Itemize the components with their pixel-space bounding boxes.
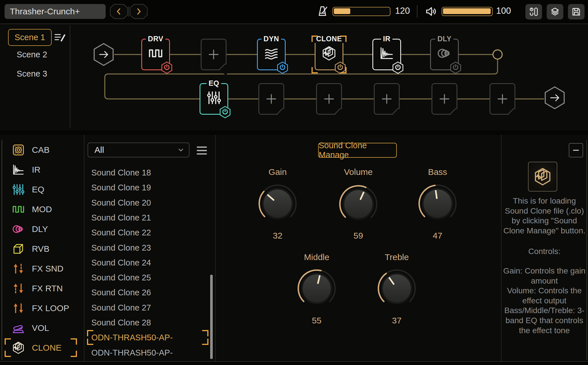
prev-preset-button[interactable] bbox=[110, 4, 128, 19]
save-icon bbox=[571, 7, 581, 17]
treble-knob[interactable] bbox=[375, 267, 418, 310]
power-icon[interactable] bbox=[277, 61, 288, 74]
plus-icon bbox=[496, 92, 509, 106]
effect-block-clone[interactable]: CLONE bbox=[315, 39, 343, 70]
sidebar-item-rvb[interactable]: RVB bbox=[0, 239, 83, 259]
fx-return-icon bbox=[12, 282, 25, 295]
empty-effect-slot[interactable] bbox=[316, 83, 342, 115]
knob-label-treble: Treble bbox=[368, 252, 425, 262]
browser-item[interactable]: ODN-THRASH50-AP- bbox=[84, 345, 215, 360]
knob-value-bass: 47 bbox=[409, 231, 466, 241]
effect-block-ir[interactable]: IR bbox=[372, 39, 401, 70]
sidebar-item-label: DLY bbox=[32, 224, 48, 234]
browser-item[interactable]: Sound Clone 20 bbox=[84, 195, 215, 210]
effect-power-toggle[interactable] bbox=[219, 106, 231, 118]
browser-item[interactable]: Sound Clone 22 bbox=[84, 225, 215, 240]
tempo-value: 120 bbox=[395, 6, 410, 16]
volume-pedal-icon bbox=[12, 321, 25, 335]
effect-block-eq[interactable]: EQ bbox=[200, 83, 228, 115]
right-scroll-track[interactable] bbox=[586, 140, 587, 360]
nav-divider bbox=[128, 6, 129, 17]
preset-name-input[interactable] bbox=[5, 4, 106, 19]
knob-value-volume: 59 bbox=[330, 231, 387, 241]
middle-knob[interactable] bbox=[295, 267, 338, 310]
browser-item[interactable]: Sound Clone 27 bbox=[84, 300, 215, 315]
master-volume-slider[interactable] bbox=[442, 7, 493, 16]
browser-item-label: ODN-THRASH50-AP- bbox=[91, 348, 173, 358]
effect-power-toggle[interactable] bbox=[392, 61, 404, 74]
chain-input-node[interactable] bbox=[93, 43, 114, 66]
browser-item[interactable]: Sound Clone 18 bbox=[84, 165, 215, 180]
power-icon[interactable] bbox=[219, 106, 231, 118]
sidebar-item-label: MOD bbox=[32, 204, 52, 214]
empty-effect-slot[interactable] bbox=[374, 83, 400, 115]
sidebar-item-eq[interactable]: EQ bbox=[0, 179, 83, 199]
browser-item-label: Sound Clone 20 bbox=[91, 198, 151, 208]
gain-knob[interactable] bbox=[256, 182, 299, 225]
plus-icon bbox=[207, 48, 220, 61]
browser-item[interactable]: Sound Clone 25 bbox=[84, 270, 215, 285]
layers-button[interactable] bbox=[547, 4, 563, 19]
browser-item[interactable]: Sound Clone 28 bbox=[84, 315, 215, 330]
browser-item-label: Sound Clone 23 bbox=[91, 243, 151, 253]
sidebar-item-clone[interactable]: CLONE bbox=[0, 338, 83, 358]
effect-block-dly[interactable]: DLY bbox=[430, 39, 459, 70]
delay-circles-icon bbox=[437, 46, 452, 61]
sidebar-item-dly[interactable]: DLY bbox=[0, 219, 83, 239]
sidebar-item-label: FX SND bbox=[32, 264, 63, 274]
power-icon[interactable] bbox=[450, 61, 461, 74]
filter-dropdown[interactable]: All bbox=[88, 143, 189, 157]
minimize-panel-button[interactable] bbox=[569, 143, 583, 157]
sidebar-item-fx-rtn[interactable]: FX RTN bbox=[0, 278, 83, 298]
sidebar-item-ir[interactable]: IR bbox=[0, 160, 83, 179]
power-icon[interactable] bbox=[334, 61, 346, 74]
knob-label-bass: Bass bbox=[409, 167, 466, 177]
volume-knob[interactable] bbox=[337, 183, 380, 226]
effect-power-toggle[interactable] bbox=[161, 61, 173, 74]
controller-button[interactable] bbox=[525, 4, 542, 19]
browser-item[interactable]: Sound Clone 21 bbox=[84, 210, 215, 225]
effect-power-toggle[interactable] bbox=[277, 61, 288, 74]
sidebar-item-fx-snd[interactable]: FX SND bbox=[0, 259, 83, 278]
browser-item[interactable]: ODN-THRASH50-AP- bbox=[84, 330, 215, 345]
sidebar-item-label: CLONE bbox=[32, 343, 61, 353]
effect-block-dyn[interactable]: DYN bbox=[257, 39, 286, 70]
browser-item-label: Sound Clone 25 bbox=[91, 273, 151, 282]
browser-item[interactable]: Sound Clone 24 bbox=[84, 255, 215, 270]
effect-power-toggle[interactable] bbox=[334, 61, 346, 74]
browser-scrollbar-thumb[interactable] bbox=[210, 275, 213, 359]
save-button[interactable] bbox=[568, 4, 585, 19]
top-bar: 120 100 bbox=[0, 0, 588, 23]
browser-menu-button[interactable] bbox=[196, 144, 208, 157]
empty-effect-slot[interactable] bbox=[432, 83, 457, 115]
browser-item[interactable]: Sound Clone 19 bbox=[84, 180, 215, 195]
sidebar-item-fx-loop[interactable]: FX LOOP bbox=[0, 298, 83, 318]
sidebar-item-vol[interactable]: VOL bbox=[0, 318, 83, 338]
fx-send-icon bbox=[12, 262, 25, 275]
browser-item-label: Sound Clone 27 bbox=[91, 303, 151, 313]
plus-icon bbox=[322, 92, 336, 106]
browser-item-label: Sound Clone 26 bbox=[91, 288, 151, 297]
controls-heading: Controls: bbox=[503, 247, 586, 257]
empty-effect-slot[interactable] bbox=[258, 83, 284, 115]
chain-output-node[interactable] bbox=[544, 86, 565, 110]
tempo-slider[interactable] bbox=[332, 7, 390, 16]
sidebar-item-cab[interactable]: CAB bbox=[0, 140, 83, 160]
bass-knob[interactable] bbox=[416, 182, 459, 225]
sound-clone-manage-button[interactable]: Sound Clone Manage bbox=[318, 143, 397, 158]
empty-effect-slot[interactable] bbox=[201, 39, 227, 70]
effect-block-drv[interactable]: DRV bbox=[141, 39, 170, 70]
power-icon[interactable] bbox=[392, 61, 404, 74]
reverb-cube-icon bbox=[12, 242, 25, 255]
effect-power-toggle[interactable] bbox=[450, 61, 461, 74]
browser-item-label: Sound Clone 28 bbox=[91, 318, 151, 327]
sidebar-item-mod[interactable]: MOD bbox=[0, 199, 83, 219]
empty-effect-slot[interactable] bbox=[490, 83, 515, 115]
plus-icon bbox=[380, 92, 393, 106]
browser-item[interactable]: Sound Clone 23 bbox=[84, 240, 215, 255]
browser-item[interactable]: Sound Clone 26 bbox=[84, 285, 215, 300]
power-icon[interactable] bbox=[161, 61, 173, 74]
effect-block-label: EQ bbox=[206, 79, 221, 87]
next-preset-button[interactable] bbox=[130, 4, 148, 19]
controller-icon bbox=[529, 7, 539, 17]
